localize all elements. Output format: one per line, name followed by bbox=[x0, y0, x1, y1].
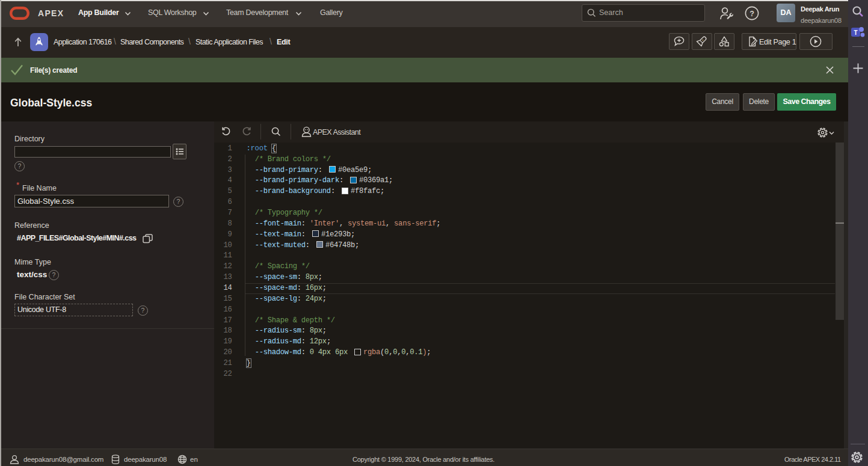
svg-text:T: T bbox=[854, 29, 857, 36]
svg-text:?: ? bbox=[749, 10, 754, 18]
